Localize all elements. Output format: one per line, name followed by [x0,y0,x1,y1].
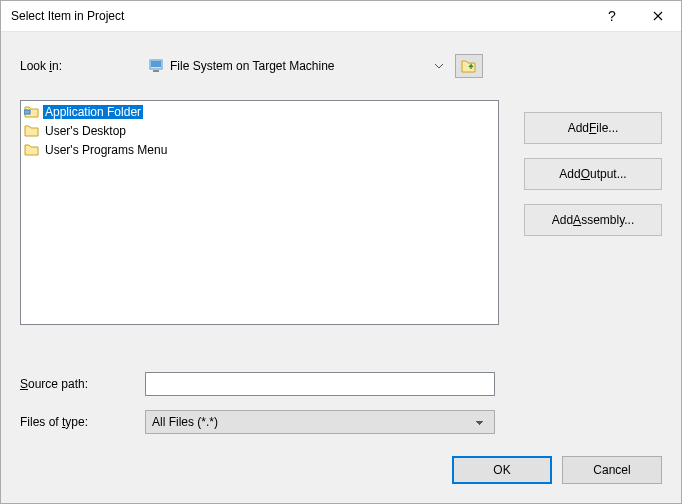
dialog-body: Look in: File System on Target Machine A… [1,32,681,446]
list-item-label: User's Programs Menu [43,143,169,157]
sourcepath-label: Source path: [20,377,145,391]
folder-listbox[interactable]: Application Folder User's Desktop User's… [20,100,499,325]
titlebar: Select Item in Project ? [1,1,681,32]
side-buttons: Add File... Add Output... Add Assembly..… [524,100,662,352]
window-title: Select Item in Project [11,9,589,23]
folder-icon [24,105,40,119]
lookin-label: Look in: [20,59,145,73]
cancel-button[interactable]: Cancel [562,456,662,484]
footer: OK Cancel [1,446,681,503]
list-item[interactable]: User's Programs Menu [22,140,497,159]
list-item-label: Application Folder [43,105,143,119]
chevron-down-icon [435,64,443,69]
lookin-combo[interactable]: File System on Target Machine [145,59,449,73]
ok-button[interactable]: OK [452,456,552,484]
sourcepath-input[interactable] [145,372,495,396]
svg-rect-2 [153,70,159,72]
svg-rect-1 [151,61,161,67]
filesoftype-row: Files of type: All Files (*.*) [20,410,662,434]
list-item[interactable]: Application Folder [22,102,497,121]
close-icon [653,11,663,21]
main-area: Application Folder User's Desktop User's… [20,100,662,352]
sourcepath-row: Source path: [20,372,662,396]
list-item[interactable]: User's Desktop [22,121,497,140]
folder-icon [24,124,40,138]
lookin-value: File System on Target Machine [170,59,435,73]
folder-icon [24,143,40,157]
add-file-button[interactable]: Add File... [524,112,662,144]
filesoftype-combo[interactable]: All Files (*.*) [145,410,495,434]
computer-icon [149,59,165,73]
lookin-row: Look in: File System on Target Machine [20,54,662,78]
folder-up-icon [461,59,477,73]
help-button[interactable]: ? [589,1,635,31]
dialog-window: Select Item in Project ? Look in: File S… [0,0,682,504]
folder-up-button[interactable] [455,54,483,78]
list-item-label: User's Desktop [43,124,128,138]
add-assembly-button[interactable]: Add Assembly... [524,204,662,236]
close-button[interactable] [635,1,681,31]
add-output-button[interactable]: Add Output... [524,158,662,190]
filesoftype-label: Files of type: [20,415,145,429]
svg-rect-3 [24,110,30,114]
